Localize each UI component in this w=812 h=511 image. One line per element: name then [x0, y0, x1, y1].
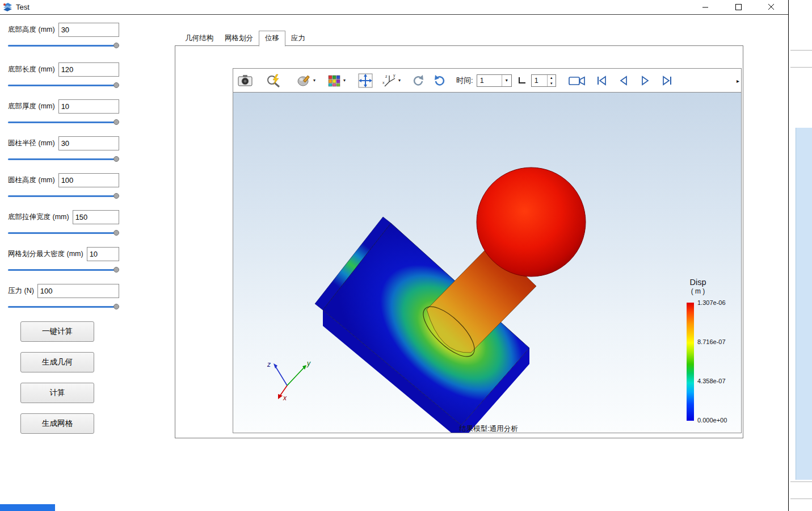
axis-y-label: y — [306, 359, 311, 367]
tab-mesh[interactable]: 网格划分 — [219, 31, 259, 46]
legend-gradient-bar — [687, 303, 694, 421]
tab-stress[interactable]: 应力 — [285, 31, 311, 46]
maximize-button[interactable] — [725, 0, 751, 14]
chevron-down-icon[interactable]: ▾ — [343, 78, 346, 83]
bottom-blue-fragment — [0, 504, 55, 511]
bottom-extrude-width-slider[interactable] — [8, 229, 119, 236]
rotate-cw-button[interactable] — [410, 72, 427, 89]
pan-arrows-icon — [358, 73, 373, 88]
cylinder-height-input[interactable] — [58, 173, 119, 187]
slider-thumb[interactable] — [113, 267, 119, 273]
spin-down-icon[interactable]: ▼ — [548, 81, 556, 86]
cylinder-height-slider[interactable] — [8, 192, 119, 199]
spin-up-icon[interactable]: ▲ — [548, 75, 556, 81]
compute-button[interactable]: 计算 — [20, 383, 94, 403]
pressure-input[interactable] — [37, 284, 119, 298]
first-frame-button[interactable] — [594, 72, 611, 89]
one-click-compute-button[interactable]: 一键计算 — [20, 321, 94, 342]
frame-spinbox[interactable]: 1 ▲ ▼ — [531, 74, 556, 87]
svg-text:x: x — [382, 81, 385, 85]
bottom-length-slider[interactable] — [8, 82, 119, 89]
axis-x-label: x — [283, 394, 287, 402]
quick-zoom-button[interactable] — [265, 72, 282, 89]
skip-to-start-icon — [595, 75, 609, 86]
legend-title: Disp — [681, 278, 714, 287]
mesh-max-density-input[interactable] — [87, 247, 119, 261]
bottom-height-label: 底部高度 (mm) — [8, 25, 55, 35]
render-mode-button[interactable] — [296, 72, 313, 89]
background-window-fragment — [796, 128, 812, 480]
legend-tick: 8.716e-07 — [697, 338, 726, 345]
screenshot-button[interactable] — [237, 72, 254, 89]
mesh-max-density-label: 网格划分最大密度 (mm) — [8, 249, 83, 259]
cylinder-radius-input[interactable] — [58, 136, 119, 150]
bottom-thickness-slider[interactable] — [8, 119, 119, 125]
generate-geometry-button[interactable]: 生成几何 — [20, 352, 94, 372]
slider-thumb[interactable] — [113, 193, 119, 199]
color-legend: Disp ( m ) 1.307e-06 8.716e-07 4.358e-07… — [681, 278, 741, 429]
slider-thumb[interactable] — [113, 43, 119, 48]
rotate-ccw-button[interactable] — [431, 72, 448, 89]
param-pressure: 压力 (N) — [8, 284, 119, 310]
record-animation-button[interactable] — [567, 72, 587, 89]
bottom-extrude-width-input[interactable] — [73, 210, 119, 224]
minimize-icon — [702, 4, 709, 10]
slider-track — [8, 232, 115, 234]
chevron-down-icon[interactable]: ▾ — [313, 78, 315, 83]
background-window-edge — [790, 499, 812, 499]
loop-corner-icon[interactable] — [519, 77, 525, 83]
generate-mesh-button[interactable]: 生成网格 — [20, 413, 94, 434]
slider-track — [8, 269, 115, 271]
axis-orientation-icon: z y x — [382, 73, 397, 88]
close-button[interactable] — [758, 0, 784, 14]
bottom-height-input[interactable] — [58, 23, 119, 37]
chevron-down-icon[interactable]: ▾ — [398, 78, 401, 83]
param-bottom-thickness: 底部厚度 (mm) — [8, 99, 119, 125]
colormap-button[interactable] — [326, 72, 343, 89]
slider-thumb[interactable] — [113, 119, 119, 125]
camera-icon — [238, 74, 253, 87]
toolbar-overflow-icon[interactable]: ▸ — [737, 77, 739, 83]
render-frame: ▾ ▾ — [233, 68, 742, 433]
bottom-thickness-input[interactable] — [58, 99, 119, 114]
skip-to-end-icon — [660, 75, 674, 86]
cylinder-radius-slider[interactable] — [8, 156, 119, 162]
bottom-thickness-label: 底部厚度 (mm) — [8, 102, 55, 111]
slider-thumb[interactable] — [113, 82, 119, 88]
chevron-down-icon[interactable]: ▾ — [502, 75, 511, 86]
slider-thumb[interactable] — [113, 230, 119, 236]
slider-thumb[interactable] — [113, 156, 119, 162]
background-window-edge — [790, 481, 812, 482]
background-window-edge — [790, 50, 812, 51]
fit-view-button[interactable] — [357, 72, 374, 89]
param-cylinder-height: 圆柱高度 (mm) — [8, 173, 119, 199]
bottom-extrude-width-label: 底部拉伸宽度 (mm) — [8, 212, 69, 222]
frame-spinbox-value: 1 — [532, 75, 547, 86]
slider-track — [8, 158, 115, 160]
slider-track — [8, 122, 115, 123]
view-orientation-button[interactable]: z y x — [381, 72, 398, 89]
bottom-height-slider[interactable] — [8, 42, 119, 49]
play-button[interactable] — [637, 72, 654, 89]
render-mode-icon — [297, 74, 311, 87]
bottom-length-input[interactable] — [58, 62, 119, 77]
minimize-button[interactable] — [692, 0, 718, 14]
window-title: Test — [16, 3, 30, 11]
time-combobox[interactable]: 1 ▾ — [477, 74, 512, 87]
previous-frame-button[interactable] — [615, 72, 632, 89]
cylinder-height-label: 圆柱高度 (mm) — [8, 175, 55, 185]
maximize-icon — [735, 4, 742, 10]
render-view[interactable]: z y x Disp ( m ) 1.307e-06 8.716e-07 4.3… — [233, 93, 741, 433]
slider-track — [8, 85, 115, 86]
slider-thumb[interactable] — [113, 304, 119, 309]
rotate-cw-icon — [411, 73, 426, 88]
mesh-max-density-slider[interactable] — [8, 266, 119, 273]
tab-geometry[interactable]: 几何结构 — [179, 31, 219, 46]
rotate-ccw-icon — [432, 73, 447, 88]
slider-track — [8, 195, 115, 197]
param-cylinder-radius: 圆柱半径 (mm) — [8, 136, 119, 162]
pressure-slider[interactable] — [8, 303, 119, 310]
time-label: 时间: — [456, 76, 473, 86]
last-frame-button[interactable] — [658, 72, 675, 89]
tab-displacement[interactable]: 位移 — [259, 31, 285, 47]
